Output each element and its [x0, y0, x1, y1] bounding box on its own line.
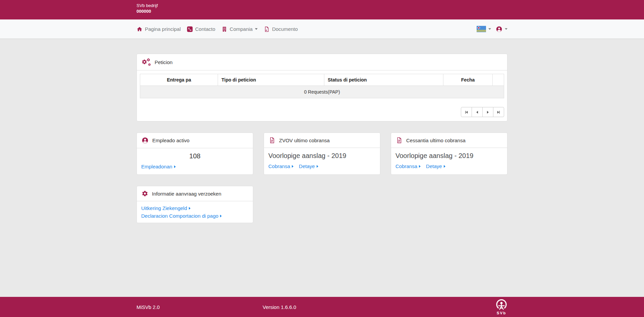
company-number: 000000: [137, 9, 507, 14]
peticion-panel-header: Peticion: [137, 54, 507, 70]
previous-page-button[interactable]: [472, 107, 483, 117]
next-page-button[interactable]: [482, 107, 493, 117]
link-label: Cobransa: [268, 163, 290, 169]
empleadonan-link[interactable]: Empleadonan: [141, 164, 176, 169]
caret-right-icon: [419, 165, 421, 168]
pagination: [140, 107, 504, 117]
first-page-button[interactable]: [461, 107, 472, 117]
cessantia-aanslag-value: Voorlopige aanslag - 2019: [395, 152, 503, 160]
top-bar: SVb bedrijf 000000: [0, 0, 644, 19]
nav-item-contacto[interactable]: Contacto: [187, 26, 215, 32]
caret-right-icon: [174, 165, 176, 168]
link-label: Empleadonan: [141, 164, 172, 169]
table-header-row: Entrega pa Tipo di peticion Status di pe…: [140, 74, 504, 86]
user-circle-icon: [142, 137, 149, 144]
card-header: Informatie aanvraag verzoeken: [137, 186, 253, 201]
card-header: Empleado activo: [137, 133, 253, 148]
link-label: Declaracion Comportacion di pago: [141, 213, 218, 219]
nav-label: Documento: [272, 26, 298, 32]
user-menu-dropdown[interactable]: [496, 26, 507, 33]
peticion-table: Entrega pa Tipo di peticion Status di pe…: [140, 74, 504, 98]
building-icon: [221, 26, 227, 32]
svb-logo: [495, 299, 507, 315]
declaracion-comportacion-link[interactable]: Declaracion Comportacion di pago: [141, 213, 249, 219]
first-page-icon: [465, 110, 468, 114]
caret-right-icon: [292, 165, 293, 168]
card-header: ZVOV ultimo cobransa: [264, 133, 380, 148]
empleado-activo-card: Empleado activo 108 Empleadonan: [137, 133, 253, 175]
phone-square-icon: [187, 26, 193, 32]
link-label: Cobransa: [395, 163, 417, 169]
card-title: ZVOV ultimo cobransa: [279, 138, 330, 143]
empty-message: 0 Requests(PAP): [140, 86, 504, 98]
chevron-down-icon: [255, 28, 258, 30]
nav-item-pagina-principal[interactable]: Pagina principal: [137, 26, 181, 32]
column-header-status-di-peticion: Status di peticion: [324, 74, 443, 86]
peticion-panel: Peticion Entrega pa Tipo di peticion Sta…: [137, 54, 507, 121]
footer-version: Version 1.6.6.0: [263, 304, 296, 310]
cessantia-cobransa-link[interactable]: Cobransa: [395, 163, 421, 169]
card-title: Informatie aanvraag verzoeken: [152, 191, 221, 197]
info-panel-row: Informatie aanvraag verzoeken Uitkering …: [137, 186, 507, 223]
link-label: Detaye: [426, 163, 442, 169]
caret-right-icon: [317, 165, 318, 168]
language-dropdown[interactable]: [477, 26, 491, 32]
aruba-flag-icon: [477, 26, 486, 32]
zvov-detaye-link[interactable]: Detaye: [299, 163, 318, 169]
card-title: Cessantia ultimo cobransa: [406, 138, 466, 143]
card-title: Empleado activo: [152, 138, 190, 143]
cogs-icon: [142, 58, 151, 66]
footer-app-name: MiSVb 2.0: [137, 304, 160, 310]
employee-count: 108: [141, 152, 249, 160]
next-page-icon: [486, 110, 490, 114]
uitkering-ziekengeld-link[interactable]: Uitkering Ziekengeld: [141, 205, 249, 211]
cards-row: Empleado activo 108 Empleadonan ZVOV ult…: [137, 133, 507, 175]
link-label: Detaye: [299, 163, 315, 169]
main-navbar: Pagina principal Contacto Compania Docum…: [0, 19, 644, 39]
nav-label: Contacto: [195, 26, 215, 32]
cessantia-cobransa-card: Cessantia ultimo cobransa Voorlopige aan…: [391, 133, 507, 175]
cessantia-detaye-link[interactable]: Detaye: [426, 163, 445, 169]
user-circle-icon: [496, 26, 502, 33]
svb-logo-icon: [495, 299, 507, 315]
column-header-entrega-pa: Entrega pa: [140, 74, 218, 86]
caret-right-icon: [189, 207, 191, 210]
zvov-cobransa-link[interactable]: Cobransa: [268, 163, 293, 169]
main-content: Peticion Entrega pa Tipo di peticion Sta…: [0, 39, 644, 297]
nav-label: Pagina principal: [145, 26, 181, 32]
nav-item-compania[interactable]: Compania: [221, 26, 258, 32]
chevron-down-icon: [488, 28, 491, 30]
column-header-tipo-di-peticion: Tipo di peticion: [218, 74, 324, 86]
file-lines-icon: [396, 137, 402, 144]
company-name: SVb bedrijf: [137, 3, 507, 9]
file-pdf-icon: [264, 26, 270, 32]
table-empty-row: 0 Requests(PAP): [140, 86, 504, 98]
file-lines-icon: [269, 137, 275, 144]
nav-item-documento[interactable]: Documento: [264, 26, 298, 32]
panel-title: Peticion: [155, 59, 172, 65]
previous-page-icon: [475, 110, 479, 114]
link-label: Uitkering Ziekengeld: [141, 205, 187, 211]
nav-left-group: Pagina principal Contacto Compania Docum…: [137, 26, 298, 32]
zvov-cobransa-card: ZVOV ultimo cobransa Voorlopige aanslag …: [264, 133, 380, 175]
nav-label: Compania: [230, 26, 253, 32]
last-page-icon: [497, 110, 500, 114]
chevron-down-icon: [505, 28, 507, 30]
gear-icon: [142, 190, 148, 197]
column-header-fecha: Fecha: [443, 74, 493, 86]
nav-right-group: [477, 26, 507, 33]
card-header: Cessantia ultimo cobransa: [391, 133, 507, 148]
caret-right-icon: [220, 215, 222, 217]
informatie-aanvraag-panel: Informatie aanvraag verzoeken Uitkering …: [137, 186, 253, 223]
home-icon: [137, 26, 143, 32]
column-header-empty: [493, 74, 504, 86]
last-page-button[interactable]: [493, 107, 504, 117]
zvov-aanslag-value: Voorlopige aanslag - 2019: [268, 152, 376, 160]
caret-right-icon: [444, 165, 445, 168]
footer: MiSVb 2.0 Version 1.6.6.0: [0, 297, 644, 317]
